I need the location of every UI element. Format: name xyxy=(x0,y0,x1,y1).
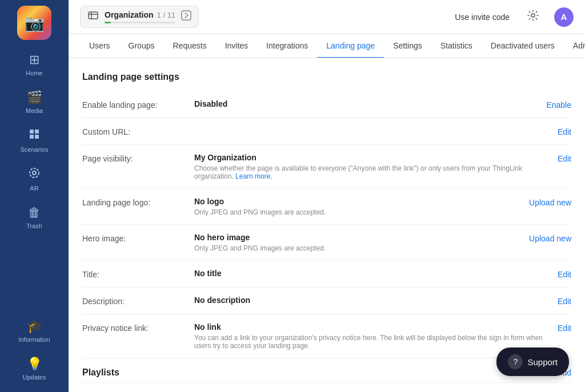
sidebar: 📷 ⊞ Home 🎬 Media Scenarios xyxy=(0,0,69,392)
tab-deactivated-users[interactable]: Deactivated users xyxy=(482,34,564,58)
page-visibility-edit[interactable]: Edit xyxy=(558,153,571,163)
tab-groups[interactable]: Groups xyxy=(119,34,164,58)
user-avatar[interactable]: A xyxy=(554,7,574,27)
org-name: Organization xyxy=(105,10,154,19)
ar-icon xyxy=(28,167,41,183)
sidebar-item-label: Home xyxy=(26,70,42,76)
support-label: Support xyxy=(527,357,558,367)
setting-label: Hero image: xyxy=(82,233,185,243)
enable-action[interactable]: Enable xyxy=(546,99,571,110)
support-button[interactable]: ? Support xyxy=(496,347,569,376)
setting-note: Only JPEG and PNG images are accepted. xyxy=(194,244,520,252)
tab-requests[interactable]: Requests xyxy=(163,34,215,58)
org-counter: 1 / 11 xyxy=(157,11,176,19)
setting-value-block: No logo Only JPEG and PNG images are acc… xyxy=(194,197,520,216)
no-playlists-message: You don`t have playlists xyxy=(82,383,571,392)
org-navigate-icon[interactable] xyxy=(181,10,191,23)
setting-label: Title: xyxy=(82,269,185,279)
svg-rect-9 xyxy=(182,11,191,20)
svg-point-4 xyxy=(30,168,39,177)
sidebar-item-label: Scenarios xyxy=(21,146,49,153)
svg-point-5 xyxy=(33,171,36,175)
sidebar-item-ar[interactable]: AR xyxy=(0,160,69,199)
trash-icon: 🗑 xyxy=(28,205,41,220)
description-edit[interactable]: Edit xyxy=(558,296,571,306)
updates-icon: 💡 xyxy=(27,357,42,371)
sidebar-item-trash[interactable]: 🗑 Trash xyxy=(0,199,69,236)
app-logo[interactable]: 📷 xyxy=(17,6,51,40)
sidebar-item-label: AR xyxy=(30,185,38,192)
svg-rect-3 xyxy=(35,135,39,139)
setting-row-title: Title: No title Edit xyxy=(82,261,571,288)
playlists-title: Playlists xyxy=(82,367,557,378)
setting-label: Description: xyxy=(82,296,185,306)
setting-row-hero-image: Hero image: No hero image Only JPEG and … xyxy=(82,225,571,261)
setting-value-block: My Organization Choose whether the page … xyxy=(194,153,548,180)
setting-value-block: No hero image Only JPEG and PNG images a… xyxy=(194,233,520,252)
sidebar-item-label: Updates xyxy=(23,374,46,381)
setting-value: No description xyxy=(194,296,548,305)
hero-upload[interactable]: Upload new xyxy=(529,233,571,243)
svg-rect-0 xyxy=(30,130,34,134)
scenarios-icon xyxy=(28,128,41,144)
setting-row-custom-url: Custom URL: Edit xyxy=(82,118,571,145)
setting-row-enable-landing-page: Enable landing page: Disabled Enable xyxy=(82,91,571,118)
logo-upload[interactable]: Upload new xyxy=(529,197,571,207)
sidebar-item-label: Trash xyxy=(26,223,42,229)
sidebar-item-label: Media xyxy=(26,107,43,114)
setting-row-privacy-notice: Privacy notice link: No link You can add… xyxy=(82,314,571,358)
setting-value: My Organization xyxy=(194,153,548,162)
svg-rect-2 xyxy=(30,135,34,139)
content-area: Landing page settings Enable landing pag… xyxy=(69,58,585,392)
sidebar-nav: ⊞ Home 🎬 Media Scenarios xyxy=(0,46,69,312)
setting-label: Page visibility: xyxy=(82,153,185,163)
setting-value-block: No link You can add a link to your organ… xyxy=(194,322,548,350)
tab-settings[interactable]: Settings xyxy=(384,34,431,58)
tab-landing-page[interactable]: Landing page xyxy=(317,34,384,58)
tab-integrations[interactable]: Integrations xyxy=(257,34,317,58)
setting-value: Disabled xyxy=(194,99,537,108)
learn-more-link[interactable]: Learn more. xyxy=(235,172,273,180)
svg-rect-6 xyxy=(89,12,98,19)
home-icon: ⊞ xyxy=(29,52,39,67)
org-card[interactable]: Organization 1 / 11 xyxy=(80,6,199,28)
sidebar-bottom: 🎓 Information 💡 Updates xyxy=(0,312,69,392)
org-progress-bar xyxy=(105,22,175,23)
setting-label: Landing page logo: xyxy=(82,197,185,207)
setting-row-description: Description: No description Edit xyxy=(82,288,571,314)
sidebar-item-information[interactable]: 🎓 Information xyxy=(0,312,69,350)
setting-value: No link xyxy=(194,322,548,332)
information-icon: 🎓 xyxy=(27,319,42,334)
org-icon xyxy=(87,10,99,24)
sidebar-item-updates[interactable]: 💡 Updates xyxy=(0,350,69,387)
tab-statistics[interactable]: Statistics xyxy=(431,34,482,58)
sidebar-item-home[interactable]: ⊞ Home xyxy=(0,46,69,83)
support-icon: ? xyxy=(508,354,523,369)
invite-code-link[interactable]: Use invite code xyxy=(455,13,510,22)
setting-note: Choose whether the page is available to … xyxy=(194,164,548,180)
sidebar-item-scenarios[interactable]: Scenarios xyxy=(0,121,69,160)
setting-note: Only JPEG and PNG images are accepted. xyxy=(194,208,520,216)
privacy-edit[interactable]: Edit xyxy=(558,322,571,333)
tab-users[interactable]: Users xyxy=(80,34,119,58)
sidebar-item-label: Information xyxy=(18,336,50,343)
org-card-inner: Organization 1 / 11 xyxy=(105,10,175,23)
header: Organization 1 / 11 Use invite code xyxy=(69,0,585,34)
setting-row-logo: Landing page logo: No logo Only JPEG and… xyxy=(82,189,571,225)
main-content: Organization 1 / 11 Use invite code xyxy=(69,0,585,392)
settings-gear-icon[interactable] xyxy=(527,9,539,25)
setting-label: Enable landing page: xyxy=(82,99,185,110)
setting-row-page-visibility: Page visibility: My Organization Choose … xyxy=(82,145,571,189)
setting-value-block: No description xyxy=(194,296,548,305)
tab-invites[interactable]: Invites xyxy=(216,34,257,58)
custom-url-edit[interactable]: Edit xyxy=(558,126,571,136)
svg-point-10 xyxy=(531,14,535,17)
title-edit[interactable]: Edit xyxy=(558,269,571,279)
org-progress-fill xyxy=(105,22,111,23)
setting-note: You can add a link to your organization'… xyxy=(194,334,548,350)
setting-value-block: Disabled xyxy=(194,99,537,108)
tab-administrators[interactable]: Administrators xyxy=(564,34,585,58)
tabs-nav: Users Groups Requests Invites Integratio… xyxy=(69,34,585,58)
sidebar-item-media[interactable]: 🎬 Media xyxy=(0,83,69,121)
setting-value: No logo xyxy=(194,197,520,206)
